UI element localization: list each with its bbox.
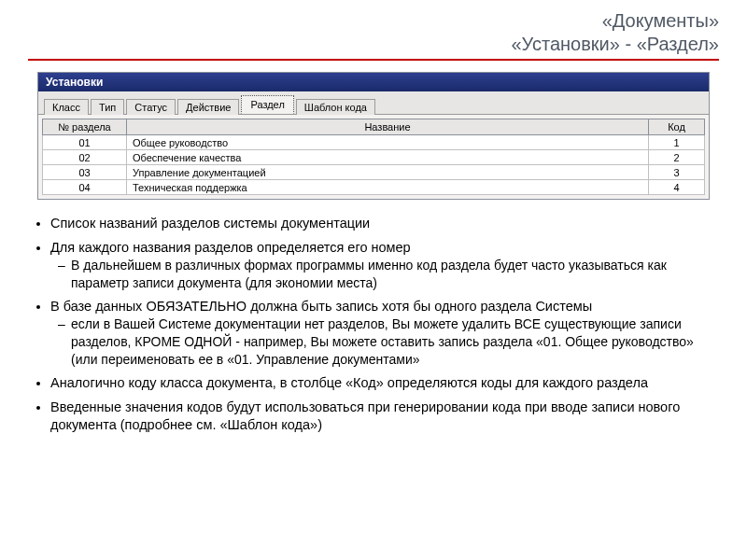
tab-panel: № раздела Название Код 01 Общее руководс…	[38, 114, 709, 199]
slide-title: «Документы» «Установки» - «Раздел»	[28, 9, 719, 56]
sections-table: № раздела Название Код 01 Общее руководс…	[42, 119, 705, 195]
cell-num: 01	[43, 135, 127, 150]
tab-class[interactable]: Класс	[44, 99, 89, 115]
title-line-2: «Установки» - «Раздел»	[28, 33, 719, 56]
table-row[interactable]: 03 Управление документацией 3	[43, 165, 705, 180]
cell-name: Техническая поддержка	[127, 180, 649, 195]
table-row[interactable]: 04 Техническая поддержка 4	[43, 180, 705, 195]
tab-strip: Класс Тип Статус Действие Раздел Шаблон …	[38, 91, 709, 114]
tab-status[interactable]: Статус	[126, 99, 176, 115]
col-number: № раздела	[43, 119, 127, 135]
cell-code: 2	[649, 150, 705, 165]
sub-bullet: если в Вашей Системе документации нет ра…	[71, 315, 719, 369]
tab-section[interactable]: Раздел	[241, 95, 293, 114]
cell-num: 02	[43, 150, 127, 165]
table-row[interactable]: 01 Общее руководство 1	[43, 135, 705, 150]
cell-name: Управление документацией	[127, 165, 649, 180]
cell-name: Общее руководство	[127, 135, 649, 150]
sub-bullet: В дальнейшем в различных формах программ…	[71, 257, 719, 292]
cell-name: Обеспечение качества	[127, 150, 649, 165]
divider	[28, 59, 719, 61]
bullet: Список названий разделов системы докумен…	[50, 215, 719, 233]
window-titlebar: Установки	[38, 73, 709, 91]
settings-window: Установки Класс Тип Статус Действие Разд…	[37, 72, 710, 200]
bullet: Введенные значения кодов будут использов…	[50, 399, 719, 435]
tab-code-template[interactable]: Шаблон кода	[296, 99, 375, 115]
tab-type[interactable]: Тип	[91, 99, 124, 115]
bullet-content: Список названий разделов системы докумен…	[28, 215, 719, 435]
col-name: Название	[127, 119, 649, 135]
cell-code: 4	[649, 180, 705, 195]
cell-num: 03	[43, 165, 127, 180]
col-code: Код	[649, 119, 705, 135]
bullet: В базе данных ОБЯЗАТЕЛЬНО должна быть за…	[50, 298, 719, 369]
title-line-1: «Документы»	[28, 9, 719, 33]
cell-num: 04	[43, 180, 127, 195]
tab-action[interactable]: Действие	[177, 99, 239, 115]
table-row[interactable]: 02 Обеспечение качества 2	[43, 150, 705, 165]
bullet: Для каждого названия разделов определяет…	[50, 239, 719, 292]
cell-code: 1	[649, 135, 705, 150]
table-header-row: № раздела Название Код	[43, 119, 705, 135]
bullet: Аналогично коду класса документа, в стол…	[50, 374, 719, 393]
cell-code: 3	[649, 165, 705, 180]
